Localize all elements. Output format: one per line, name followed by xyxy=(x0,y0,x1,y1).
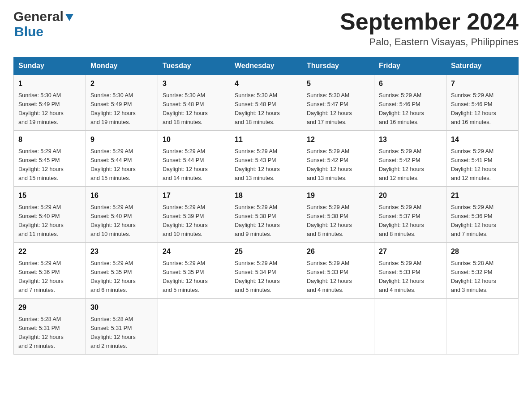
day-number: 6 xyxy=(379,78,442,89)
calendar-week-row: 1Sunrise: 5:30 AMSunset: 5:49 PMDaylight… xyxy=(14,75,519,131)
day-number: 2 xyxy=(90,78,153,89)
day-info: Sunrise: 5:28 AMSunset: 5:32 PMDaylight:… xyxy=(451,259,514,295)
day-number: 30 xyxy=(90,302,153,313)
calendar-cell: 7Sunrise: 5:29 AMSunset: 5:46 PMDaylight… xyxy=(446,75,519,131)
calendar-cell: 4Sunrise: 5:30 AMSunset: 5:48 PMDaylight… xyxy=(230,75,302,131)
day-info: Sunrise: 5:29 AMSunset: 5:34 PMDaylight:… xyxy=(235,259,297,295)
day-number: 5 xyxy=(307,78,369,89)
day-number: 19 xyxy=(307,190,369,201)
day-info: Sunrise: 5:30 AMSunset: 5:49 PMDaylight:… xyxy=(18,91,81,127)
calendar-week-row: 29Sunrise: 5:28 AMSunset: 5:31 PMDayligh… xyxy=(14,299,519,355)
day-info: Sunrise: 5:29 AMSunset: 5:44 PMDaylight:… xyxy=(90,147,153,183)
calendar-week-row: 8Sunrise: 5:29 AMSunset: 5:45 PMDaylight… xyxy=(14,131,519,187)
day-number: 28 xyxy=(451,246,514,257)
calendar-subtitle: Palo, Eastern Visayas, Philippines xyxy=(340,36,519,48)
col-header-thursday: Thursday xyxy=(302,57,374,75)
day-number: 20 xyxy=(379,190,442,201)
day-number: 4 xyxy=(235,78,297,89)
day-number: 15 xyxy=(18,190,81,201)
calendar-cell: 16Sunrise: 5:29 AMSunset: 5:40 PMDayligh… xyxy=(86,187,158,243)
calendar-cell: 3Sunrise: 5:30 AMSunset: 5:48 PMDaylight… xyxy=(158,75,230,131)
calendar-cell xyxy=(374,299,446,355)
day-info: Sunrise: 5:30 AMSunset: 5:49 PMDaylight:… xyxy=(90,91,153,127)
day-number: 9 xyxy=(90,134,153,145)
page-header: General Blue September 2024 Palo, Easter… xyxy=(13,9,519,48)
calendar-cell: 17Sunrise: 5:29 AMSunset: 5:39 PMDayligh… xyxy=(158,187,230,243)
day-info: Sunrise: 5:28 AMSunset: 5:31 PMDaylight:… xyxy=(90,315,153,351)
calendar-title: September 2024 xyxy=(340,9,519,34)
day-info: Sunrise: 5:29 AMSunset: 5:40 PMDaylight:… xyxy=(90,203,153,239)
calendar-cell: 15Sunrise: 5:29 AMSunset: 5:40 PMDayligh… xyxy=(14,187,86,243)
calendar-cell: 19Sunrise: 5:29 AMSunset: 5:38 PMDayligh… xyxy=(302,187,374,243)
day-number: 21 xyxy=(451,190,514,201)
day-info: Sunrise: 5:29 AMSunset: 5:38 PMDaylight:… xyxy=(235,203,297,239)
day-number: 25 xyxy=(235,246,297,257)
day-number: 11 xyxy=(235,134,297,145)
calendar-cell: 29Sunrise: 5:28 AMSunset: 5:31 PMDayligh… xyxy=(14,299,86,355)
day-info: Sunrise: 5:29 AMSunset: 5:35 PMDaylight:… xyxy=(163,259,225,295)
calendar-cell: 24Sunrise: 5:29 AMSunset: 5:35 PMDayligh… xyxy=(158,243,230,299)
calendar-cell xyxy=(230,299,302,355)
calendar-cell: 13Sunrise: 5:29 AMSunset: 5:42 PMDayligh… xyxy=(374,131,446,187)
day-number: 8 xyxy=(18,134,81,145)
day-info: Sunrise: 5:29 AMSunset: 5:42 PMDaylight:… xyxy=(379,147,442,183)
day-number: 23 xyxy=(90,246,153,257)
calendar-week-row: 15Sunrise: 5:29 AMSunset: 5:40 PMDayligh… xyxy=(14,187,519,243)
calendar-cell: 23Sunrise: 5:29 AMSunset: 5:35 PMDayligh… xyxy=(86,243,158,299)
calendar-header-row: SundayMondayTuesdayWednesdayThursdayFrid… xyxy=(14,57,519,75)
day-number: 16 xyxy=(90,190,153,201)
calendar-cell: 28Sunrise: 5:28 AMSunset: 5:32 PMDayligh… xyxy=(446,243,519,299)
calendar-cell: 14Sunrise: 5:29 AMSunset: 5:41 PMDayligh… xyxy=(446,131,519,187)
day-info: Sunrise: 5:29 AMSunset: 5:42 PMDaylight:… xyxy=(307,147,369,183)
logo: General Blue xyxy=(13,9,74,39)
calendar-cell: 22Sunrise: 5:29 AMSunset: 5:36 PMDayligh… xyxy=(14,243,86,299)
calendar-cell: 1Sunrise: 5:30 AMSunset: 5:49 PMDaylight… xyxy=(14,75,86,131)
day-number: 7 xyxy=(451,78,514,89)
day-info: Sunrise: 5:29 AMSunset: 5:46 PMDaylight:… xyxy=(451,91,514,127)
logo-general-text: General xyxy=(13,9,64,24)
col-header-tuesday: Tuesday xyxy=(158,57,230,75)
calendar-cell: 21Sunrise: 5:29 AMSunset: 5:36 PMDayligh… xyxy=(446,187,519,243)
col-header-monday: Monday xyxy=(86,57,158,75)
day-number: 29 xyxy=(18,302,81,313)
day-number: 22 xyxy=(18,246,81,257)
day-info: Sunrise: 5:30 AMSunset: 5:48 PMDaylight:… xyxy=(163,91,225,127)
calendar-cell xyxy=(158,299,230,355)
svg-marker-0 xyxy=(65,14,73,21)
day-info: Sunrise: 5:28 AMSunset: 5:31 PMDaylight:… xyxy=(18,315,81,351)
day-number: 27 xyxy=(379,246,442,257)
calendar-cell: 30Sunrise: 5:28 AMSunset: 5:31 PMDayligh… xyxy=(86,299,158,355)
day-number: 13 xyxy=(379,134,442,145)
calendar-cell: 27Sunrise: 5:29 AMSunset: 5:33 PMDayligh… xyxy=(374,243,446,299)
day-number: 1 xyxy=(18,78,81,89)
calendar-cell xyxy=(446,299,519,355)
calendar-cell: 11Sunrise: 5:29 AMSunset: 5:43 PMDayligh… xyxy=(230,131,302,187)
calendar-cell: 9Sunrise: 5:29 AMSunset: 5:44 PMDaylight… xyxy=(86,131,158,187)
calendar-cell: 20Sunrise: 5:29 AMSunset: 5:37 PMDayligh… xyxy=(374,187,446,243)
day-number: 3 xyxy=(163,78,225,89)
calendar-cell xyxy=(302,299,374,355)
calendar-cell: 5Sunrise: 5:30 AMSunset: 5:47 PMDaylight… xyxy=(302,75,374,131)
day-number: 12 xyxy=(307,134,369,145)
calendar-cell: 2Sunrise: 5:30 AMSunset: 5:49 PMDaylight… xyxy=(86,75,158,131)
calendar-cell: 18Sunrise: 5:29 AMSunset: 5:38 PMDayligh… xyxy=(230,187,302,243)
day-info: Sunrise: 5:29 AMSunset: 5:37 PMDaylight:… xyxy=(379,203,442,239)
col-header-saturday: Saturday xyxy=(446,57,519,75)
calendar-cell: 12Sunrise: 5:29 AMSunset: 5:42 PMDayligh… xyxy=(302,131,374,187)
calendar-cell: 6Sunrise: 5:29 AMSunset: 5:46 PMDaylight… xyxy=(374,75,446,131)
calendar-title-block: September 2024 Palo, Eastern Visayas, Ph… xyxy=(340,9,519,48)
day-info: Sunrise: 5:29 AMSunset: 5:33 PMDaylight:… xyxy=(307,259,369,295)
calendar-table: SundayMondayTuesdayWednesdayThursdayFrid… xyxy=(13,57,519,355)
day-info: Sunrise: 5:30 AMSunset: 5:48 PMDaylight:… xyxy=(235,91,297,127)
day-info: Sunrise: 5:29 AMSunset: 5:41 PMDaylight:… xyxy=(451,147,514,183)
logo-arrow-icon xyxy=(64,12,74,22)
logo-blue-text: Blue xyxy=(14,24,43,39)
calendar-cell: 10Sunrise: 5:29 AMSunset: 5:44 PMDayligh… xyxy=(158,131,230,187)
day-info: Sunrise: 5:29 AMSunset: 5:46 PMDaylight:… xyxy=(379,91,442,127)
day-info: Sunrise: 5:29 AMSunset: 5:43 PMDaylight:… xyxy=(235,147,297,183)
day-info: Sunrise: 5:30 AMSunset: 5:47 PMDaylight:… xyxy=(307,91,369,127)
day-info: Sunrise: 5:29 AMSunset: 5:44 PMDaylight:… xyxy=(163,147,225,183)
day-info: Sunrise: 5:29 AMSunset: 5:45 PMDaylight:… xyxy=(18,147,81,183)
day-info: Sunrise: 5:29 AMSunset: 5:35 PMDaylight:… xyxy=(90,259,153,295)
day-number: 18 xyxy=(235,190,297,201)
